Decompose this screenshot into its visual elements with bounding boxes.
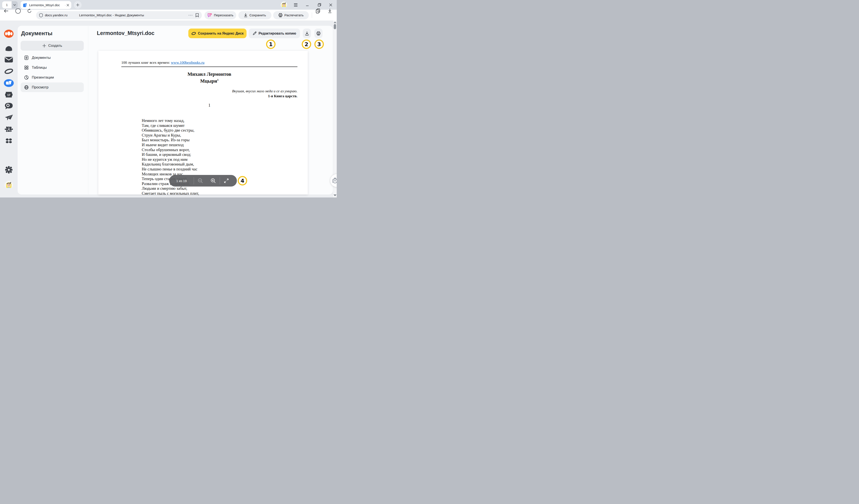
doc-header-text: 100 лучших книг всех времен: xyxy=(121,60,171,65)
poem-line: Не слышно пенье в поздний час xyxy=(142,167,199,172)
document-lines-icon xyxy=(24,56,29,60)
bookmark-icon[interactable] xyxy=(195,13,199,17)
scrollbar[interactable] xyxy=(333,20,337,198)
annotation-badge-4: 4 xyxy=(238,176,247,185)
more-actions-icon[interactable] xyxy=(189,15,192,16)
new-tab-button[interactable] xyxy=(74,1,81,9)
services-rail: 17 xyxy=(0,20,18,198)
paper-plane-icon[interactable] xyxy=(4,114,13,121)
create-label: Создать xyxy=(48,44,62,48)
save-to-disk-button[interactable]: Сохранить на Яндекс Диск xyxy=(189,29,246,38)
sidebar-item-presentations[interactable]: Презентации xyxy=(20,73,84,82)
yandex-start-logo-icon[interactable] xyxy=(4,29,14,38)
doc-author: Михаил Лермонтов xyxy=(121,72,298,77)
poem-line: Струи Арагвы и Куры, xyxy=(142,133,199,138)
rail-avatar[interactable] xyxy=(5,181,13,189)
doc-footnote-ref: 1 xyxy=(217,78,218,81)
annotation-badge-1: 1 xyxy=(266,40,275,49)
download-icon xyxy=(305,31,309,36)
download-arrow-icon xyxy=(244,13,247,17)
yandex-docs-file-icon xyxy=(23,3,28,7)
edit-copy-label: Редактировать копию xyxy=(259,32,296,35)
save-page-label: Сохранить xyxy=(249,13,266,17)
browser-window: 1 Lermontov_Mtsyri.doc - xyxy=(0,0,337,198)
sidebar-item-view[interactable]: Просмотр xyxy=(20,82,84,92)
document-title: Lermontov_Mtsyri.doc xyxy=(97,30,154,36)
viewer-toolbar: 1 из 19 xyxy=(169,175,237,186)
doc-epigraph-source: 1-я Книга царств. xyxy=(121,94,298,98)
print-page-label: Распечатать xyxy=(284,13,303,17)
summarize-label: Пересказать xyxy=(214,13,233,17)
pie-chart-icon xyxy=(24,75,29,80)
sidebar-item-label: Документы xyxy=(32,56,51,60)
fullscreen-button[interactable] xyxy=(220,178,233,183)
poem-line: Был монастырь. Из-за горы xyxy=(142,138,199,142)
sidebar-divider xyxy=(88,26,88,194)
zoom-in-button[interactable] xyxy=(207,178,220,184)
page-indicator: 1 из 19 xyxy=(169,179,194,183)
zoom-out-button[interactable] xyxy=(194,178,207,184)
tab-counter-button[interactable]: 1 xyxy=(2,1,18,9)
printer-icon xyxy=(316,31,321,36)
yandex-disk-swoosh-icon[interactable] xyxy=(4,68,14,75)
print-page-button[interactable]: Распечатать xyxy=(273,11,309,19)
address-bar[interactable]: docs.yandex.ru Lermontov_Mtsyri.doc - Ян… xyxy=(36,11,202,19)
doc-header-rule xyxy=(121,66,298,67)
yandex-home-icon[interactable] xyxy=(15,8,21,14)
doc-section-number: 1 xyxy=(121,103,298,108)
sidebar-item-label: Презентации xyxy=(32,75,54,80)
back-icon[interactable] xyxy=(4,9,9,13)
scroll-down-arrow[interactable] xyxy=(333,195,336,196)
doc-epigraph: Вкушая, вкусих мало меда и се аз умираю. xyxy=(121,89,298,93)
disk-cloud-icon[interactable] xyxy=(5,46,13,51)
titlebar-avatar[interactable] xyxy=(281,1,287,8)
messenger-icon[interactable] xyxy=(5,103,13,109)
edit-copy-button[interactable]: Редактировать копию xyxy=(249,29,300,38)
tab-title: Lermontov_Mtsyri.doc xyxy=(29,3,64,7)
save-page-button[interactable]: Сохранить xyxy=(238,11,271,19)
download-doc-button[interactable] xyxy=(303,29,311,38)
documents-service-icon-active[interactable] xyxy=(4,79,14,87)
poem-line: Немного лет тому назад, xyxy=(142,118,199,123)
annotation-badge-3: 3 xyxy=(314,40,324,49)
poem-line: И нынче видит пешеход xyxy=(142,142,199,148)
tab-count[interactable]: 1 xyxy=(2,1,12,9)
all-services-grid-icon[interactable] xyxy=(5,138,12,143)
doc-header-link[interactable]: www.100bestbooks.ru xyxy=(171,60,205,65)
active-tab[interactable]: Lermontov_Mtsyri.doc - xyxy=(20,1,71,9)
admin-people-gear-icon[interactable] xyxy=(5,126,13,133)
print-doc-button[interactable] xyxy=(314,29,322,38)
sidebar-item-tables[interactable]: Таблицы xyxy=(20,63,84,72)
app-title: Документы xyxy=(21,30,52,37)
scrollbar-thumb[interactable] xyxy=(334,24,336,29)
calendar-day: 17 xyxy=(7,93,10,96)
summarize-ai-icon xyxy=(207,13,212,18)
sidebar-item-label: Таблицы xyxy=(32,65,47,70)
mail-icon[interactable] xyxy=(4,57,13,63)
side-panel-icon[interactable] xyxy=(315,9,321,14)
tables-grid-icon xyxy=(24,65,29,70)
sidebar-item-label: Просмотр xyxy=(32,85,48,90)
scroll-up-arrow[interactable] xyxy=(333,21,336,23)
browser-menu-icon[interactable] xyxy=(292,0,299,10)
address-page-title: Lermontov_Mtsyri.doc - Яндекс Документы xyxy=(79,13,189,17)
shield-icon[interactable] xyxy=(39,13,43,17)
sidebar-item-documents[interactable]: Документы xyxy=(20,53,84,62)
downloads-icon[interactable] xyxy=(328,9,332,13)
doc-header-line: 100 лучших книг всех времен: www.100best… xyxy=(121,60,205,65)
create-button[interactable]: Создать xyxy=(20,41,84,51)
chevron-down-icon[interactable] xyxy=(12,1,18,9)
tab-close-icon[interactable] xyxy=(66,4,69,6)
minimize-button[interactable] xyxy=(304,0,311,10)
poem-line: Но не курится уж под ним xyxy=(142,157,199,162)
reload-icon[interactable] xyxy=(27,9,32,13)
poem-line: И башни, и церковный свод; xyxy=(142,152,199,157)
calendar-icon[interactable]: 17 xyxy=(4,91,13,98)
poem-line: Обнявшись, будто две сестры, xyxy=(142,128,199,133)
summarize-button[interactable]: Пересказать xyxy=(205,11,236,19)
plus-icon xyxy=(42,44,46,48)
document-page[interactable]: 100 лучших книг всех времен: www.100best… xyxy=(99,51,308,195)
settings-gear-icon[interactable] xyxy=(5,166,13,173)
url-domain[interactable]: docs.yandex.ru xyxy=(45,13,67,17)
close-button[interactable] xyxy=(328,0,334,10)
